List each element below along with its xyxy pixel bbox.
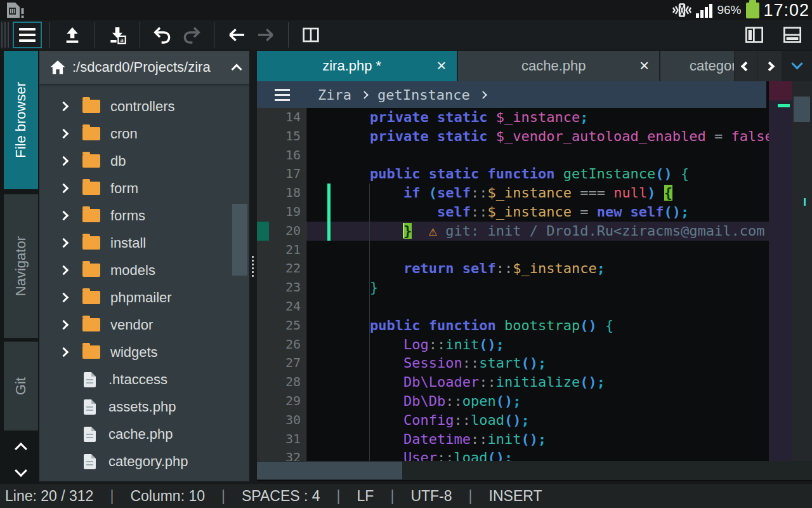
file-row[interactable]: assets.php [39, 393, 249, 420]
split-horizontal-button[interactable] [778, 22, 807, 48]
code-line[interactable]: 14 private static $_instance; [257, 108, 769, 127]
code-line[interactable]: 27 Session::start(); [257, 354, 769, 373]
code-line[interactable]: 21 [257, 241, 769, 260]
line-text [306, 297, 769, 316]
folder-row[interactable]: forms [39, 202, 249, 229]
forward-icon [255, 25, 277, 45]
sidebar-tab-label: File browser [13, 82, 29, 158]
editor-tab-zira[interactable]: zira.php * × [257, 51, 457, 81]
file-list-scrollbar[interactable] [232, 204, 247, 276]
code-line[interactable]: 25 public function bootstrap() { [257, 316, 769, 335]
undo-icon [152, 25, 173, 45]
code-line[interactable]: 15 private static $_vendor_autoload_enab… [257, 127, 769, 146]
sidebar-scroll-down-button[interactable] [4, 461, 38, 484]
folder-row[interactable]: models [39, 257, 249, 284]
line-text: Config::load(); [306, 411, 769, 430]
file-name: cron [110, 126, 138, 142]
tabs-next-icon [765, 61, 775, 71]
undo-button[interactable] [148, 22, 177, 48]
save-button[interactable]: a [103, 22, 132, 48]
open-file-button[interactable] [58, 22, 87, 48]
folder-row[interactable]: install [39, 229, 249, 257]
code-line[interactable]: 30 Config::load(); [257, 411, 769, 430]
code-line[interactable]: 16 [257, 146, 769, 165]
file-name: assets.php [108, 399, 176, 415]
code-editor[interactable]: 14 private static $_instance;15 private … [257, 108, 769, 461]
breadcrumb-class[interactable]: Zira [318, 87, 351, 103]
folder-row[interactable]: db [39, 147, 249, 175]
close-icon[interactable]: × [633, 56, 659, 77]
upload-icon [62, 25, 83, 45]
chevron-right-icon [59, 129, 69, 139]
code-line[interactable]: 28 Db\Loader::initialize(); [257, 373, 769, 392]
breadcrumb-menu-icon[interactable] [275, 89, 290, 101]
sidebar-tab-navigator[interactable]: Navigator [4, 194, 38, 338]
navigate-back-button[interactable] [222, 22, 251, 48]
drag-handle-icon [252, 256, 254, 277]
file-row[interactable]: category.php [39, 448, 249, 475]
code-line[interactable]: 26 Log::init(); [257, 335, 769, 354]
line-text: return self::$_instance; [306, 259, 769, 278]
line-text: Datetime::init(); [306, 430, 769, 449]
navigate-forward-button[interactable] [251, 22, 280, 48]
columns-view-button[interactable] [296, 22, 325, 48]
chevron-right-icon [479, 91, 487, 99]
folder-row[interactable]: controllers [39, 93, 249, 120]
menu-button[interactable] [13, 22, 42, 48]
code-line[interactable]: 18 if (self::$_instance === null) { [257, 184, 769, 203]
status-item: Column: 10 [130, 488, 205, 505]
folder-row[interactable]: widgets [39, 338, 249, 366]
horizontal-scrollbar[interactable] [257, 461, 812, 480]
sidebar-tab-git[interactable]: Git [4, 342, 38, 431]
panel-divider[interactable] [249, 50, 257, 484]
file-row[interactable]: cache.php [39, 420, 249, 448]
editor-tab-category[interactable]: category.php [660, 51, 733, 81]
code-line[interactable]: 32 User::load(); [257, 448, 769, 461]
file-icon [84, 454, 96, 469]
folder-row[interactable]: form [39, 175, 249, 202]
home-icon [49, 60, 66, 75]
folder-row[interactable]: vendor [39, 311, 249, 338]
redo-button[interactable] [177, 22, 206, 48]
overview-ruler [769, 81, 792, 461]
line-number: 16 [257, 146, 306, 165]
sidebar-tab-file-browser[interactable]: File browser [4, 51, 38, 189]
code-line[interactable]: 17 public static function getInstance() … [257, 164, 769, 184]
folder-icon [82, 236, 100, 250]
sidebar-tab-label: Navigator [13, 236, 29, 296]
tabs-prev-button[interactable] [735, 51, 758, 81]
split-vertical-button[interactable] [740, 22, 769, 48]
folder-row[interactable]: phpmailer [39, 284, 249, 311]
file-icon [84, 372, 96, 387]
toolbar-grip-handle[interactable] [1, 22, 9, 48]
vertical-scrollbar-handle[interactable] [794, 97, 810, 122]
line-number: 27 [257, 354, 306, 373]
tabs-next-button[interactable] [758, 51, 782, 81]
code-line[interactable]: 20 } ⚠ git: init / Dro1d.Ru<ziracms@gmai… [257, 222, 769, 241]
clock: 17:02 [763, 1, 809, 20]
code-line[interactable]: 31 Datetime::init(); [257, 430, 769, 449]
file-browser-panel: :/sdcard0/Projects/zira controllerscrond… [39, 51, 249, 481]
tabs-list-button[interactable] [782, 51, 812, 81]
file-name: controllers [110, 98, 174, 115]
code-line[interactable]: 24 [257, 297, 769, 316]
close-icon[interactable]: × [430, 56, 456, 77]
code-line[interactable]: 19 self::$_instance = new self(); [257, 203, 769, 222]
file-name: form [110, 180, 138, 197]
vertical-scrollbar[interactable] [792, 81, 812, 480]
file-name: vendor [110, 317, 153, 333]
breadcrumb-method[interactable]: getInstance [377, 87, 470, 103]
tab-label: cache.php [458, 58, 633, 74]
code-line[interactable]: 23 } [257, 278, 769, 297]
sidebar-scroll-up-button[interactable] [4, 436, 38, 458]
folder-row[interactable]: cron [39, 120, 249, 147]
file-row[interactable]: .htaccess [39, 366, 249, 393]
editor-tab-cache[interactable]: cache.php × [458, 51, 660, 81]
code-line[interactable]: 22 return self::$_instance; [257, 259, 769, 278]
horizontal-scrollbar-handle[interactable] [257, 462, 402, 479]
line-text: Log::init(); [306, 335, 769, 354]
path-bar[interactable]: :/sdcard0/Projects/zira [39, 51, 249, 84]
back-icon [226, 25, 247, 45]
current-path: :/sdcard0/Projects/zira [72, 59, 228, 76]
code-line[interactable]: 29 Db\Db::open(); [257, 392, 769, 411]
